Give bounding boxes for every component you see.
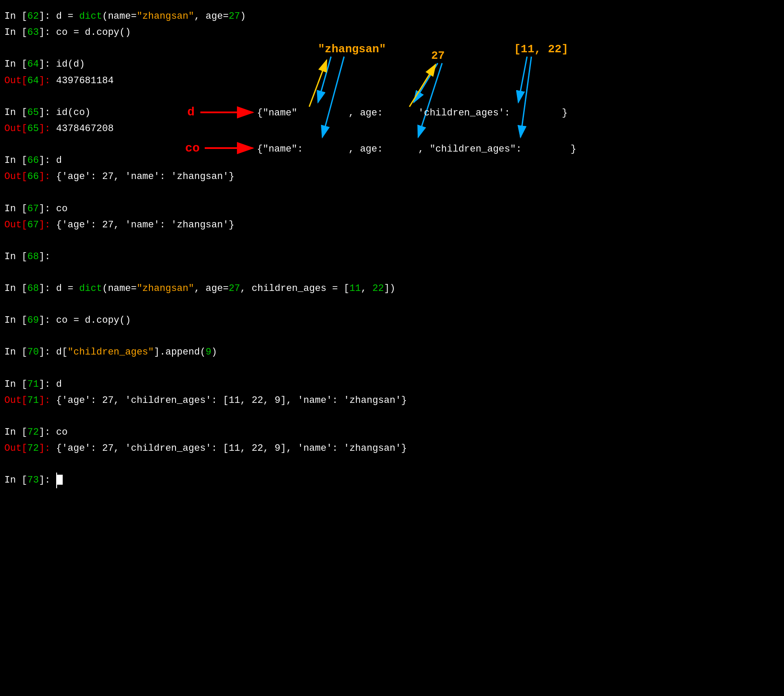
line-in73: In [73]: █	[4, 473, 780, 488]
line-in66: In [66]: d	[4, 153, 780, 168]
line-out66: Out[66]: {'age': 27, 'name': 'zhangsan'}	[4, 169, 780, 184]
line-in69: In [69]: co = d.copy()	[4, 313, 780, 328]
line-out67: Out[67]: {'age': 27, 'name': 'zhangsan'}	[4, 217, 780, 233]
notebook-content: In [62]: d = dict(name="zhangsan", age=2…	[4, 9, 780, 488]
line-in64: In [64]: id(d)	[4, 57, 780, 72]
line-out72: Out[72]: {'age': 27, 'children_ages': [1…	[4, 441, 780, 456]
line-out65: Out[65]: 4378467208	[4, 121, 780, 136]
line-in68: In [68]: d = dict(name="zhangsan", age=2…	[4, 281, 780, 296]
line-out71: Out[71]: {'age': 27, 'children_ages': [1…	[4, 393, 780, 408]
line-in71: In [71]: d	[4, 377, 780, 392]
line-in72: In [72]: co	[4, 425, 780, 440]
line-in70: In [70]: d["children_ages"].append(9)	[4, 345, 780, 360]
line-in68-empty: In [68]:	[4, 249, 780, 264]
line-in67: In [67]: co	[4, 201, 780, 216]
line-in62: In [62]: d = dict(name="zhangsan", age=2…	[4, 9, 780, 24]
line-in63: In [63]: co = d.copy()	[4, 25, 780, 40]
line-out64: Out[64]: 4397681184	[4, 73, 780, 88]
line-in65: In [65]: id(co)	[4, 105, 780, 120]
